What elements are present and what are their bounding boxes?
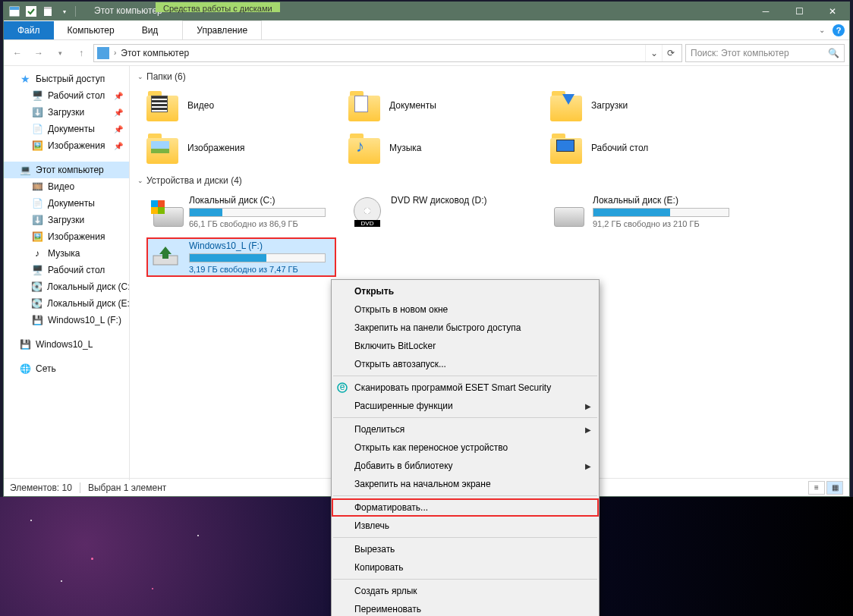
drive-e[interactable]: Локальный диск (E:) 91,2 ГБ свободно из …: [550, 192, 740, 231]
minimize-button[interactable]: ─: [749, 2, 782, 20]
storage-bar: [593, 208, 729, 217]
sidebar-item-downloads[interactable]: ⬇️Загрузки📌: [4, 104, 129, 121]
sidebar-item-w10l[interactable]: 💾Windows10_L: [4, 336, 129, 353]
tab-manage[interactable]: Управление: [182, 20, 262, 39]
sidebar-item-music[interactable]: ♪Музыка: [4, 245, 129, 262]
sidebar-item-drive-c[interactable]: 💽Локальный диск (C:): [4, 278, 129, 295]
context-menu-separator: [333, 495, 597, 496]
folder-desktop[interactable]: Рабочий стол: [550, 129, 740, 167]
nav-forward-button[interactable]: →: [30, 44, 48, 62]
group-header-label: Устройства и диски (4): [146, 175, 242, 186]
desktop-icon: 🖥️: [31, 90, 43, 102]
folder-documents[interactable]: Документы: [348, 86, 538, 124]
sidebar-item-pictures[interactable]: 🖼️Изображения: [4, 228, 129, 245]
context-menu-label: Закрепить на панели быстрого доступа: [354, 322, 521, 333]
sidebar-item-desktop[interactable]: 🖥️Рабочий стол: [4, 262, 129, 278]
context-menu-item[interactable]: eСканировать программой ESET Smart Secur…: [332, 379, 599, 397]
folder-label: Загрузки: [591, 100, 628, 111]
this-pc-node[interactable]: 💻 Этот компьютер: [4, 162, 129, 178]
qat-new-doc-icon[interactable]: [42, 5, 54, 17]
maximize-button[interactable]: ☐: [782, 2, 816, 20]
nav-history-dropdown[interactable]: ▾: [51, 44, 69, 62]
view-details-button[interactable]: ≡: [808, 481, 825, 495]
sidebar-item-pictures[interactable]: 🖼️Изображения📌: [4, 137, 129, 154]
documents-icon: 📄: [31, 197, 43, 209]
folder-downloads[interactable]: Загрузки: [550, 86, 740, 124]
view-tiles-button[interactable]: ▦: [826, 481, 843, 495]
folder-music[interactable]: ♪Музыка: [348, 129, 538, 167]
drive-f-selected[interactable]: Windows10_L (F:) 3,19 ГБ свободно из 7,4…: [146, 237, 336, 277]
context-menu-item[interactable]: Извлечь: [332, 517, 599, 535]
sidebar-item-documents[interactable]: 📄Документы📌: [4, 121, 129, 137]
sidebar-item-desktop[interactable]: 🖥️Рабочий стол📌: [4, 87, 129, 104]
context-menu-item[interactable]: Открыть автозапуск...: [332, 355, 599, 373]
sidebar-item-drive-f[interactable]: 💾Windows10_L (F:): [4, 312, 129, 328]
group-header-folders[interactable]: ⌄Папки (6): [134, 69, 842, 86]
ribbon-expand-icon[interactable]: ⌄: [819, 26, 825, 34]
context-menu-separator: [333, 579, 597, 580]
folder-pictures[interactable]: Изображения: [146, 129, 336, 167]
context-menu-item[interactable]: Вырезать: [332, 540, 599, 558]
contextual-tab-label: Средства работы с дисками: [156, 2, 280, 12]
search-box[interactable]: Поиск: Этот компьютер 🔍: [685, 44, 845, 62]
context-menu-item[interactable]: Открыть как переносное устройство: [332, 438, 599, 457]
context-menu-item[interactable]: Расширенные функции▶: [332, 397, 599, 415]
qat-dropdown-icon[interactable]: ▾: [58, 5, 71, 17]
qat-properties-icon[interactable]: [8, 5, 20, 17]
context-menu-item[interactable]: Включить BitLocker: [332, 337, 599, 355]
sidebar-item-label: Windows10_L: [36, 339, 93, 350]
context-menu-item[interactable]: Создать ярлык: [332, 582, 599, 600]
context-menu-label: Форматировать...: [354, 502, 428, 513]
folder-videos[interactable]: Видео: [146, 86, 336, 124]
quick-access-node[interactable]: ★ Быстрый доступ: [4, 71, 129, 87]
address-bar-row: ← → ▾ ↑ › Этот компьютер ⌄ ⟳ Поиск: Этот…: [4, 40, 849, 66]
context-menu-item[interactable]: Добавить в библиотеку▶: [332, 457, 599, 475]
submenu-arrow-icon: ▶: [585, 426, 591, 434]
context-menu-item[interactable]: Открыть: [332, 282, 599, 300]
tab-view[interactable]: Вид: [128, 21, 172, 39]
refresh-button[interactable]: ⟳: [662, 45, 678, 61]
usb-install-icon: [150, 240, 181, 272]
folder-label: Музыка: [389, 143, 421, 153]
network-node[interactable]: 🌐Сеть: [4, 360, 129, 377]
search-placeholder: Поиск: Этот компьютер: [691, 48, 789, 58]
context-menu-separator: [333, 376, 597, 376]
drive-icon: 💽: [31, 297, 42, 310]
context-menu-item[interactable]: Закрепить на начальном экране: [332, 475, 599, 493]
sidebar-item-documents[interactable]: 📄Документы: [4, 195, 129, 212]
context-menu-item[interactable]: Форматировать...: [332, 498, 599, 517]
drive-c[interactable]: Локальный диск (C:) 66,1 ГБ свободно из …: [146, 192, 336, 231]
status-item-count: Элементов: 10: [10, 482, 72, 493]
context-menu-item[interactable]: Открыть в новом окне: [332, 300, 599, 319]
nav-up-button[interactable]: ↑: [72, 44, 90, 62]
context-menu-item[interactable]: Поделиться▶: [332, 420, 599, 438]
context-menu-item[interactable]: Копировать: [332, 558, 599, 577]
sidebar-item-drive-e[interactable]: 💽Локальный диск (E:): [4, 295, 129, 312]
folder-label: Документы: [389, 100, 436, 111]
context-menu-item[interactable]: Переименовать: [332, 600, 599, 616]
nav-back-button[interactable]: ←: [8, 44, 27, 62]
context-menu-item[interactable]: Закрепить на панели быстрого доступа: [332, 319, 599, 337]
storage-bar: [189, 253, 326, 262]
drive-d[interactable]: DVD RW дисковод (D:): [348, 192, 538, 231]
close-button[interactable]: ✕: [816, 2, 849, 20]
address-dropdown-icon[interactable]: ⌄: [645, 45, 662, 61]
qat-tick-icon[interactable]: [25, 5, 37, 17]
file-menu[interactable]: Файл: [4, 21, 54, 39]
help-button[interactable]: ?: [833, 24, 845, 36]
sidebar-item-videos[interactable]: 🎞️Видео: [4, 178, 129, 195]
breadcrumb[interactable]: Этот компьютер: [121, 48, 189, 58]
sidebar-item-label: Локальный диск (C:): [47, 281, 130, 292]
sidebar-item-downloads[interactable]: ⬇️Загрузки: [4, 212, 129, 228]
sidebar-item-label: Сеть: [36, 363, 56, 374]
desktop-icon: 🖥️: [31, 264, 43, 276]
tab-computer[interactable]: Компьютер: [54, 21, 128, 39]
context-menu-label: Переименовать: [354, 604, 421, 614]
chevron-down-icon: ⌄: [137, 73, 143, 80]
group-header-devices[interactable]: ⌄Устройства и диски (4): [134, 173, 842, 190]
submenu-arrow-icon: ▶: [585, 462, 591, 470]
folder-label: Рабочий стол: [591, 143, 648, 153]
context-menu-label: Расширенные функции: [354, 401, 453, 411]
address-bar[interactable]: › Этот компьютер ⌄ ⟳: [93, 44, 682, 62]
chevron-down-icon: ⌄: [137, 177, 143, 184]
